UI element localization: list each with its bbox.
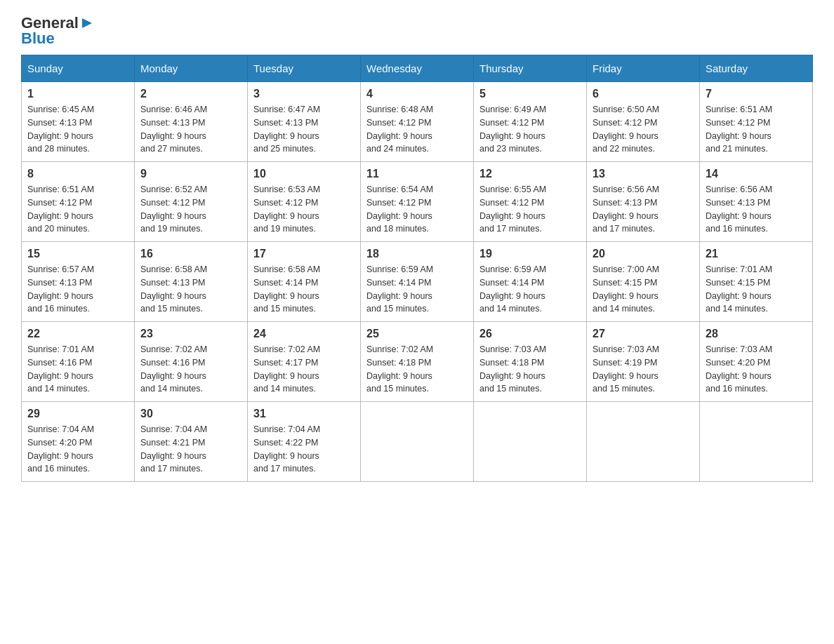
day-info: Sunrise: 6:59 AMSunset: 4:14 PMDaylight:… [479,263,581,316]
calendar-cell: 2 Sunrise: 6:46 AMSunset: 4:13 PMDayligh… [135,82,248,162]
calendar-cell: 12 Sunrise: 6:55 AMSunset: 4:12 PMDaylig… [474,162,587,242]
calendar-table: SundayMondayTuesdayWednesdayThursdayFrid… [21,55,813,482]
day-info: Sunrise: 7:04 AMSunset: 4:22 PMDaylight:… [253,423,355,476]
day-info: Sunrise: 6:57 AMSunset: 4:13 PMDaylight:… [27,263,128,316]
day-info: Sunrise: 7:03 AMSunset: 4:20 PMDaylight:… [706,343,807,396]
day-number: 29 [27,408,128,420]
day-info: Sunrise: 7:01 AMSunset: 4:16 PMDaylight:… [27,343,128,396]
day-info: Sunrise: 6:56 AMSunset: 4:13 PMDaylight:… [593,183,694,236]
calendar-cell: 10 Sunrise: 6:53 AMSunset: 4:12 PMDaylig… [248,162,361,242]
day-info: Sunrise: 6:58 AMSunset: 4:14 PMDaylight:… [253,263,355,316]
calendar-cell: 26 Sunrise: 7:03 AMSunset: 4:18 PMDaylig… [474,322,587,402]
day-number: 8 [27,168,128,180]
calendar-cell: 7 Sunrise: 6:51 AMSunset: 4:12 PMDayligh… [700,82,813,162]
weekday-header-row: SundayMondayTuesdayWednesdayThursdayFrid… [22,55,813,82]
calendar-cell: 29 Sunrise: 7:04 AMSunset: 4:20 PMDaylig… [22,402,135,482]
day-number: 30 [140,408,241,420]
calendar-cell: 9 Sunrise: 6:52 AMSunset: 4:12 PMDayligh… [135,162,248,242]
day-number: 17 [253,248,355,260]
day-number: 11 [366,168,468,180]
calendar-cell: 8 Sunrise: 6:51 AMSunset: 4:12 PMDayligh… [22,162,135,242]
calendar-cell: 11 Sunrise: 6:54 AMSunset: 4:12 PMDaylig… [361,162,474,242]
week-row-4: 22 Sunrise: 7:01 AMSunset: 4:16 PMDaylig… [22,322,813,402]
calendar-cell: 15 Sunrise: 6:57 AMSunset: 4:13 PMDaylig… [22,242,135,322]
svg-marker-0 [82,18,92,28]
calendar-cell: 17 Sunrise: 6:58 AMSunset: 4:14 PMDaylig… [248,242,361,322]
calendar-cell: 13 Sunrise: 6:56 AMSunset: 4:13 PMDaylig… [587,162,700,242]
day-info: Sunrise: 6:56 AMSunset: 4:13 PMDaylight:… [706,183,807,236]
day-info: Sunrise: 6:48 AMSunset: 4:12 PMDaylight:… [366,103,468,156]
calendar-cell: 16 Sunrise: 6:58 AMSunset: 4:13 PMDaylig… [135,242,248,322]
day-info: Sunrise: 6:59 AMSunset: 4:14 PMDaylight:… [366,263,468,316]
day-info: Sunrise: 7:03 AMSunset: 4:18 PMDaylight:… [479,343,581,396]
day-number: 1 [27,88,128,100]
week-row-1: 1 Sunrise: 6:45 AMSunset: 4:13 PMDayligh… [22,82,813,162]
day-number: 24 [253,328,355,340]
day-number: 23 [140,328,241,340]
day-number: 15 [27,248,128,260]
calendar-cell: 5 Sunrise: 6:49 AMSunset: 4:12 PMDayligh… [474,82,587,162]
calendar-cell [474,402,587,482]
calendar-cell: 14 Sunrise: 6:56 AMSunset: 4:13 PMDaylig… [700,162,813,242]
weekday-header-sunday: Sunday [22,55,135,82]
week-row-2: 8 Sunrise: 6:51 AMSunset: 4:12 PMDayligh… [22,162,813,242]
logo: General Blue [21,14,95,48]
calendar-cell [587,402,700,482]
page-header: General Blue [21,14,813,48]
day-info: Sunrise: 7:04 AMSunset: 4:21 PMDaylight:… [140,423,241,476]
day-number: 18 [366,248,468,260]
calendar-cell: 20 Sunrise: 7:00 AMSunset: 4:15 PMDaylig… [587,242,700,322]
calendar-cell: 4 Sunrise: 6:48 AMSunset: 4:12 PMDayligh… [361,82,474,162]
calendar-cell: 25 Sunrise: 7:02 AMSunset: 4:18 PMDaylig… [361,322,474,402]
day-number: 5 [479,88,581,100]
day-info: Sunrise: 6:51 AMSunset: 4:12 PMDaylight:… [706,103,807,156]
day-number: 6 [593,88,694,100]
calendar-cell: 3 Sunrise: 6:47 AMSunset: 4:13 PMDayligh… [248,82,361,162]
calendar-cell: 21 Sunrise: 7:01 AMSunset: 4:15 PMDaylig… [700,242,813,322]
day-info: Sunrise: 6:58 AMSunset: 4:13 PMDaylight:… [140,263,241,316]
day-number: 31 [253,408,355,420]
weekday-header-monday: Monday [135,55,248,82]
calendar-cell: 23 Sunrise: 7:02 AMSunset: 4:16 PMDaylig… [135,322,248,402]
calendar-cell: 1 Sunrise: 6:45 AMSunset: 4:13 PMDayligh… [22,82,135,162]
day-info: Sunrise: 7:00 AMSunset: 4:15 PMDaylight:… [593,263,694,316]
calendar-cell: 6 Sunrise: 6:50 AMSunset: 4:12 PMDayligh… [587,82,700,162]
day-info: Sunrise: 6:55 AMSunset: 4:12 PMDaylight:… [479,183,581,236]
day-number: 16 [140,248,241,260]
calendar-cell: 22 Sunrise: 7:01 AMSunset: 4:16 PMDaylig… [22,322,135,402]
day-info: Sunrise: 6:45 AMSunset: 4:13 PMDaylight:… [27,103,128,156]
day-number: 9 [140,168,241,180]
day-number: 26 [479,328,581,340]
day-number: 20 [593,248,694,260]
calendar-cell: 31 Sunrise: 7:04 AMSunset: 4:22 PMDaylig… [248,402,361,482]
day-number: 14 [706,168,807,180]
week-row-3: 15 Sunrise: 6:57 AMSunset: 4:13 PMDaylig… [22,242,813,322]
calendar-cell [700,402,813,482]
day-info: Sunrise: 7:03 AMSunset: 4:19 PMDaylight:… [593,343,694,396]
day-number: 3 [253,88,355,100]
day-info: Sunrise: 7:04 AMSunset: 4:20 PMDaylight:… [27,423,128,476]
day-number: 21 [706,248,807,260]
calendar-cell: 24 Sunrise: 7:02 AMSunset: 4:17 PMDaylig… [248,322,361,402]
weekday-header-tuesday: Tuesday [248,55,361,82]
day-number: 13 [593,168,694,180]
day-info: Sunrise: 6:47 AMSunset: 4:13 PMDaylight:… [253,103,355,156]
day-number: 19 [479,248,581,260]
weekday-header-thursday: Thursday [474,55,587,82]
calendar-cell [361,402,474,482]
day-number: 10 [253,168,355,180]
logo-blue: Blue [21,29,55,48]
day-info: Sunrise: 6:50 AMSunset: 4:12 PMDaylight:… [593,103,694,156]
day-info: Sunrise: 7:01 AMSunset: 4:15 PMDaylight:… [706,263,807,316]
day-number: 28 [706,328,807,340]
day-number: 22 [27,328,128,340]
day-info: Sunrise: 6:54 AMSunset: 4:12 PMDaylight:… [366,183,468,236]
logo-arrow-icon [79,15,95,31]
calendar-cell: 28 Sunrise: 7:03 AMSunset: 4:20 PMDaylig… [700,322,813,402]
day-number: 12 [479,168,581,180]
weekday-header-wednesday: Wednesday [361,55,474,82]
day-info: Sunrise: 7:02 AMSunset: 4:18 PMDaylight:… [366,343,468,396]
day-number: 27 [593,328,694,340]
calendar-cell: 19 Sunrise: 6:59 AMSunset: 4:14 PMDaylig… [474,242,587,322]
day-info: Sunrise: 6:51 AMSunset: 4:12 PMDaylight:… [27,183,128,236]
